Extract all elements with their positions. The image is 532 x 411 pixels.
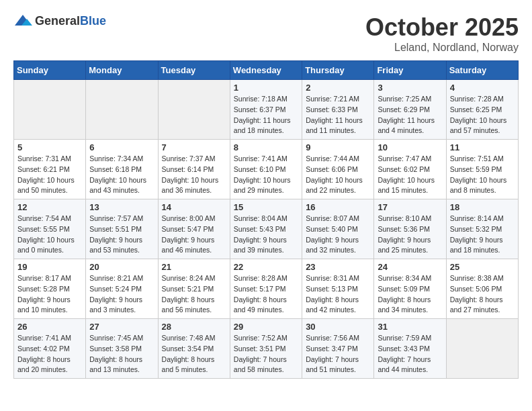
month-title: October 2025	[365, 13, 519, 42]
calendar-cell: 30Sunrise: 7:56 AM Sunset: 3:47 PM Dayli…	[302, 319, 374, 379]
day-info: Sunrise: 7:48 AM Sunset: 3:54 PM Dayligh…	[162, 333, 226, 375]
day-number: 1	[234, 83, 298, 93]
day-info: Sunrise: 8:38 AM Sunset: 5:06 PM Dayligh…	[450, 273, 515, 316]
day-info: Sunrise: 7:18 AM Sunset: 6:37 PM Dayligh…	[234, 94, 298, 136]
day-info: Sunrise: 7:21 AM Sunset: 6:33 PM Dayligh…	[306, 94, 370, 136]
day-number: 10	[378, 142, 442, 152]
calendar-cell: 12Sunrise: 7:54 AM Sunset: 5:55 PM Dayli…	[14, 199, 86, 259]
day-number: 14	[162, 202, 226, 212]
calendar-cell: 9Sunrise: 7:44 AM Sunset: 6:06 PM Daylig…	[302, 140, 374, 199]
day-number: 30	[306, 322, 370, 332]
day-info: Sunrise: 8:34 AM Sunset: 5:09 PM Dayligh…	[378, 273, 442, 316]
calendar-cell: 29Sunrise: 7:52 AM Sunset: 3:51 PM Dayli…	[230, 319, 302, 379]
day-number: 20	[89, 262, 154, 272]
location-title: Leland, Nordland, Norway	[365, 42, 519, 54]
day-info: Sunrise: 7:41 AM Sunset: 4:02 PM Dayligh…	[17, 333, 82, 375]
day-info: Sunrise: 7:47 AM Sunset: 6:02 PM Dayligh…	[378, 154, 442, 196]
weekday-header-monday: Monday	[86, 61, 158, 80]
calendar-cell: 4Sunrise: 7:28 AM Sunset: 6:25 PM Daylig…	[446, 80, 518, 140]
logo-general: General	[35, 14, 80, 28]
calendar-cell: 5Sunrise: 7:31 AM Sunset: 6:21 PM Daylig…	[14, 140, 86, 199]
calendar-cell: 15Sunrise: 8:04 AM Sunset: 5:43 PM Dayli…	[230, 199, 302, 259]
day-info: Sunrise: 7:34 AM Sunset: 6:18 PM Dayligh…	[89, 154, 154, 196]
calendar-cell: 24Sunrise: 8:34 AM Sunset: 5:09 PM Dayli…	[374, 259, 446, 319]
calendar-cell	[446, 319, 518, 379]
calendar-week-row: 1Sunrise: 7:18 AM Sunset: 6:37 PM Daylig…	[14, 80, 519, 140]
calendar-cell: 14Sunrise: 8:00 AM Sunset: 5:47 PM Dayli…	[158, 199, 230, 259]
day-info: Sunrise: 7:45 AM Sunset: 3:58 PM Dayligh…	[89, 333, 154, 375]
day-number: 31	[378, 322, 442, 332]
calendar-cell: 17Sunrise: 8:10 AM Sunset: 5:36 PM Dayli…	[374, 199, 446, 259]
day-number: 2	[306, 83, 370, 93]
calendar-cell: 1Sunrise: 7:18 AM Sunset: 6:37 PM Daylig…	[230, 80, 302, 140]
day-info: Sunrise: 8:24 AM Sunset: 5:21 PM Dayligh…	[162, 273, 226, 316]
day-number: 9	[306, 142, 370, 152]
calendar-cell: 10Sunrise: 7:47 AM Sunset: 6:02 PM Dayli…	[374, 140, 446, 199]
calendar-cell: 16Sunrise: 8:07 AM Sunset: 5:40 PM Dayli…	[302, 199, 374, 259]
day-info: Sunrise: 8:14 AM Sunset: 5:32 PM Dayligh…	[450, 214, 515, 256]
day-info: Sunrise: 7:54 AM Sunset: 5:55 PM Dayligh…	[17, 214, 82, 256]
day-number: 19	[17, 262, 82, 272]
day-info: Sunrise: 7:37 AM Sunset: 6:14 PM Dayligh…	[162, 154, 226, 196]
calendar-week-row: 12Sunrise: 7:54 AM Sunset: 5:55 PM Dayli…	[14, 199, 519, 259]
day-info: Sunrise: 7:25 AM Sunset: 6:29 PM Dayligh…	[378, 94, 442, 136]
day-info: Sunrise: 8:00 AM Sunset: 5:47 PM Dayligh…	[162, 214, 226, 256]
day-number: 13	[89, 202, 154, 212]
calendar-cell: 8Sunrise: 7:41 AM Sunset: 6:10 PM Daylig…	[230, 140, 302, 199]
day-number: 24	[378, 262, 442, 272]
day-number: 15	[234, 202, 298, 212]
day-number: 28	[162, 322, 226, 332]
calendar-cell: 2Sunrise: 7:21 AM Sunset: 6:33 PM Daylig…	[302, 80, 374, 140]
day-number: 27	[89, 322, 154, 332]
weekday-header-saturday: Saturday	[446, 61, 518, 80]
day-info: Sunrise: 8:07 AM Sunset: 5:40 PM Dayligh…	[306, 214, 370, 256]
weekday-header-wednesday: Wednesday	[230, 61, 302, 80]
weekday-header-tuesday: Tuesday	[158, 61, 230, 80]
calendar-cell: 28Sunrise: 7:48 AM Sunset: 3:54 PM Dayli…	[158, 319, 230, 379]
day-info: Sunrise: 8:17 AM Sunset: 5:28 PM Dayligh…	[17, 273, 82, 316]
day-number: 11	[450, 142, 515, 152]
calendar-cell	[158, 80, 230, 140]
day-number: 8	[234, 142, 298, 152]
day-info: Sunrise: 8:31 AM Sunset: 5:13 PM Dayligh…	[306, 273, 370, 316]
calendar-cell: 6Sunrise: 7:34 AM Sunset: 6:18 PM Daylig…	[86, 140, 158, 199]
day-info: Sunrise: 7:28 AM Sunset: 6:25 PM Dayligh…	[450, 94, 515, 136]
calendar-cell	[86, 80, 158, 140]
day-info: Sunrise: 7:52 AM Sunset: 3:51 PM Dayligh…	[234, 333, 298, 375]
calendar-cell: 22Sunrise: 8:28 AM Sunset: 5:17 PM Dayli…	[230, 259, 302, 319]
day-number: 18	[450, 202, 515, 212]
day-number: 17	[378, 202, 442, 212]
day-number: 29	[234, 322, 298, 332]
calendar-cell: 20Sunrise: 8:21 AM Sunset: 5:24 PM Dayli…	[86, 259, 158, 319]
header: GeneralBlue October 2025 Leland, Nordlan…	[13, 13, 519, 54]
weekday-header-row: SundayMondayTuesdayWednesdayThursdayFrid…	[14, 61, 519, 80]
calendar-cell: 31Sunrise: 7:59 AM Sunset: 3:43 PM Dayli…	[374, 319, 446, 379]
logo-blue: Blue	[80, 14, 106, 28]
day-info: Sunrise: 7:57 AM Sunset: 5:51 PM Dayligh…	[89, 214, 154, 256]
calendar-cell: 7Sunrise: 7:37 AM Sunset: 6:14 PM Daylig…	[158, 140, 230, 199]
day-info: Sunrise: 7:56 AM Sunset: 3:47 PM Dayligh…	[306, 333, 370, 375]
calendar-cell: 26Sunrise: 7:41 AM Sunset: 4:02 PM Dayli…	[14, 319, 86, 379]
day-info: Sunrise: 8:10 AM Sunset: 5:36 PM Dayligh…	[378, 214, 442, 256]
calendar-cell: 23Sunrise: 8:31 AM Sunset: 5:13 PM Dayli…	[302, 259, 374, 319]
logo-icon	[13, 13, 32, 28]
calendar-cell: 21Sunrise: 8:24 AM Sunset: 5:21 PM Dayli…	[158, 259, 230, 319]
day-info: Sunrise: 7:31 AM Sunset: 6:21 PM Dayligh…	[17, 154, 82, 196]
day-number: 21	[162, 262, 226, 272]
day-number: 5	[17, 142, 82, 152]
day-info: Sunrise: 8:04 AM Sunset: 5:43 PM Dayligh…	[234, 214, 298, 256]
day-info: Sunrise: 8:28 AM Sunset: 5:17 PM Dayligh…	[234, 273, 298, 316]
calendar-table: SundayMondayTuesdayWednesdayThursdayFrid…	[13, 60, 519, 379]
day-info: Sunrise: 7:59 AM Sunset: 3:43 PM Dayligh…	[378, 333, 442, 375]
logo: GeneralBlue	[13, 13, 106, 28]
day-number: 22	[234, 262, 298, 272]
day-number: 23	[306, 262, 370, 272]
title-area: October 2025 Leland, Nordland, Norway	[365, 13, 519, 54]
calendar-cell	[14, 80, 86, 140]
calendar-cell: 13Sunrise: 7:57 AM Sunset: 5:51 PM Dayli…	[86, 199, 158, 259]
weekday-header-friday: Friday	[374, 61, 446, 80]
day-info: Sunrise: 7:51 AM Sunset: 5:59 PM Dayligh…	[450, 154, 515, 196]
day-number: 16	[306, 202, 370, 212]
calendar-cell: 27Sunrise: 7:45 AM Sunset: 3:58 PM Dayli…	[86, 319, 158, 379]
weekday-header-sunday: Sunday	[14, 61, 86, 80]
